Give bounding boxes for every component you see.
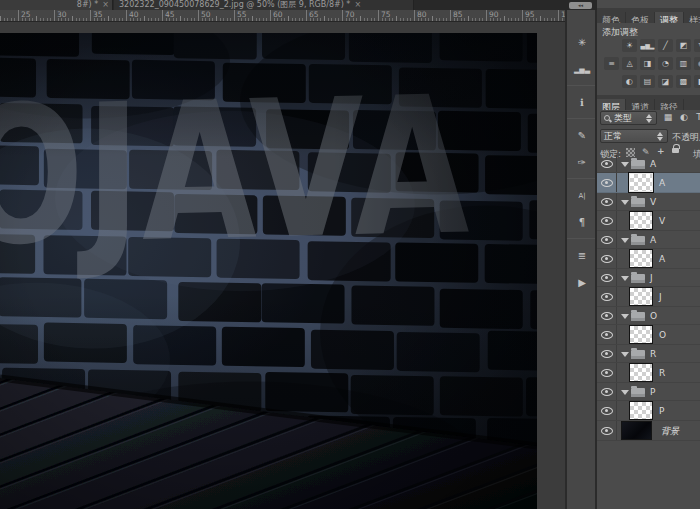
group-folder-icon [631,388,645,397]
layer-thumbnail[interactable] [629,173,653,192]
dock-separator [567,85,595,86]
layer-name: V [659,215,665,227]
visibility-eye-icon[interactable] [601,198,613,206]
visibility-eye-icon[interactable] [601,179,613,187]
layer-group-row-A[interactable]: A [597,231,700,249]
group-folder-icon [631,312,645,321]
expand-triangle-icon[interactable] [621,162,629,167]
expand-triangle-icon[interactable] [621,200,629,205]
layer-name: J [650,272,653,284]
ruler-tick [414,10,415,22]
ruler-label: 85 [453,10,463,19]
layer-row-A[interactable]: A [597,249,700,269]
visibility-eye-icon[interactable] [601,427,613,435]
layer-name: V [650,196,656,208]
color-wheel-icon[interactable]: ✳ [569,34,595,52]
layer-row-V[interactable]: V [597,211,700,231]
document-tab-bar: 8#) *× 3202322_090450078629_2.jpg @ 50% … [0,0,700,10]
expand-triangle-icon[interactable] [621,276,629,281]
layer-group-row-A[interactable]: A [597,155,700,173]
visibility-eye-icon[interactable] [601,350,613,358]
layer-thumbnail[interactable] [629,211,653,230]
ruler-label: 25 [21,10,31,19]
layer-name: J [659,291,662,303]
eye-cell [597,287,617,306]
collapse-dock-icon[interactable]: ◂◂ [569,2,592,9]
eye-cell [597,325,617,344]
layer-group-row-J[interactable]: J [597,269,700,287]
background-thumbnail[interactable] [621,421,652,440]
layer-thumbnail[interactable] [629,401,653,420]
group-folder-icon [631,160,645,169]
ruler-label: 40 [129,10,139,19]
layer-row-O[interactable]: O [597,325,700,345]
visibility-eye-icon[interactable] [601,331,613,339]
ruler-tick [54,10,55,22]
clone-source-icon[interactable]: ✑ [569,154,595,172]
eye-cell [597,345,617,362]
document-tab-active[interactable]: 3202322_090450078629_2.jpg @ 50% (图层 9, … [114,0,414,10]
visibility-eye-icon[interactable] [601,369,613,377]
ruler-tick [342,10,343,22]
eye-cell [597,269,617,286]
visibility-eye-icon[interactable] [601,255,613,263]
actions-panel-icon[interactable]: ▶ [569,274,595,292]
layer-thumbnail[interactable] [629,363,653,382]
dock-separator [567,238,595,239]
layer-comps-icon[interactable]: ≣ [569,247,595,265]
group-folder-icon [631,198,645,207]
ruler-tick [126,10,127,22]
canvas-image[interactable]: OJAVA [0,33,537,509]
paragraph-panel-icon[interactable]: ¶ [569,214,595,232]
layer-name: A [659,253,665,265]
document-tab-partial[interactable]: 8#) *× [0,0,113,10]
layer-group-row-O[interactable]: O [597,307,700,325]
close-tab-icon[interactable]: × [102,0,109,10]
ruler-label: 55 [237,10,247,19]
ruler-tick [198,10,199,22]
eye-cell [597,383,617,400]
layer-group-row-R[interactable]: R [597,345,700,363]
ruler-tick [450,10,451,22]
histogram-icon[interactable]: ▂▅▃ [569,61,595,79]
visibility-eye-icon[interactable] [601,274,613,282]
character-panel-icon[interactable]: A| [569,187,595,205]
info-panel-icon[interactable]: ℹ [569,94,595,112]
layer-row-P[interactable]: P [597,401,700,421]
layer-thumbnail[interactable] [629,325,653,344]
visibility-eye-icon[interactable] [601,293,613,301]
expand-triangle-icon[interactable] [621,314,629,319]
layer-name: P [659,405,664,417]
ruler-label: 65 [309,10,319,19]
layer-name: A [650,158,656,170]
expand-triangle-icon[interactable] [621,352,629,357]
eye-cell [597,307,617,324]
right-panel-column: 颜色色板调整样式 添加调整 ☀▄▆▂╱◩▽≡◬◨◔▥◉◐▤◪▩◧ 图层通道路径 … [597,0,700,509]
layer-row-R[interactable]: R [597,363,700,383]
expand-triangle-icon[interactable] [621,238,629,243]
visibility-eye-icon[interactable] [601,388,613,396]
layer-thumbnail[interactable] [629,287,653,306]
visibility-eye-icon[interactable] [601,312,613,320]
visibility-eye-icon[interactable] [601,407,613,415]
layer-group-row-V[interactable]: V [597,193,700,211]
brush-presets-icon[interactable]: ✎ [569,127,595,145]
ruler-label: 60 [273,10,283,19]
layer-name: 背景 [661,425,679,437]
layer-row-A[interactable]: A [597,173,700,193]
ruler-label: 35 [93,10,103,19]
background-layer-row[interactable]: 背景 [597,421,700,441]
visibility-eye-icon[interactable] [601,160,613,168]
ruler-tick [486,10,487,22]
layer-thumbnail[interactable] [629,249,653,268]
visibility-eye-icon[interactable] [601,236,613,244]
expand-triangle-icon[interactable] [621,390,629,395]
close-tab-icon[interactable]: × [354,0,361,10]
dock-separator [567,118,595,119]
layer-row-J[interactable]: J [597,287,700,307]
layer-group-row-P[interactable]: P [597,383,700,401]
ruler-tick [234,10,235,22]
visibility-eye-icon[interactable] [601,217,613,225]
eye-cell [597,193,617,210]
layer-name: P [650,386,655,398]
